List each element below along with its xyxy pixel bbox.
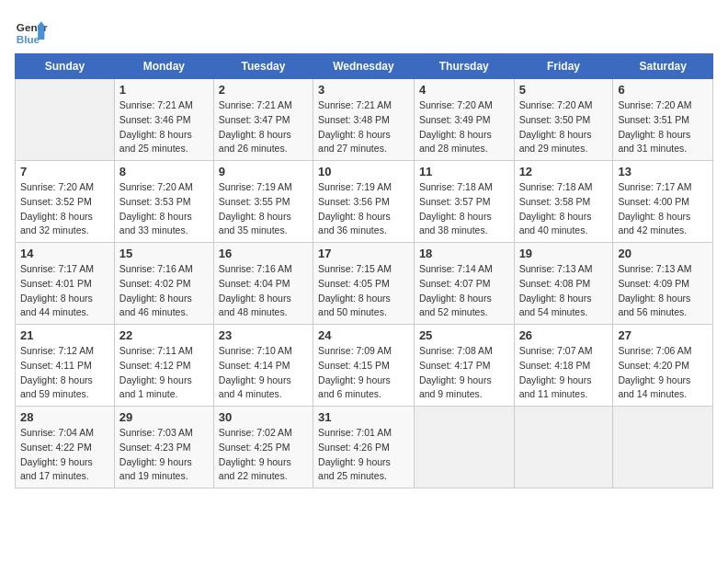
day-header-saturday: Saturday <box>613 54 713 79</box>
svg-text:Blue: Blue <box>17 33 40 45</box>
day-number: 15 <box>119 247 209 260</box>
day-info: Sunrise: 7:20 AMSunset: 3:53 PMDaylight:… <box>119 181 193 236</box>
day-info: Sunrise: 7:19 AMSunset: 3:55 PMDaylight:… <box>219 181 292 236</box>
page-header: General Blue <box>15 15 713 48</box>
calendar-cell: 20 Sunrise: 7:13 AMSunset: 4:09 PMDaylig… <box>613 243 713 325</box>
day-number: 25 <box>419 328 509 342</box>
calendar-cell: 12 Sunrise: 7:18 AMSunset: 3:58 PMDaylig… <box>514 161 613 243</box>
calendar-cell <box>414 407 514 488</box>
calendar-cell <box>514 407 613 488</box>
day-info: Sunrise: 7:14 AMSunset: 4:07 PMDaylight:… <box>419 263 493 317</box>
day-header-thursday: Thursday <box>414 54 514 79</box>
day-info: Sunrise: 7:17 AMSunset: 4:00 PMDaylight:… <box>618 181 691 236</box>
calendar-cell: 16 Sunrise: 7:16 AMSunset: 4:04 PMDaylig… <box>213 243 313 325</box>
day-number: 8 <box>119 165 209 178</box>
calendar-cell: 21 Sunrise: 7:12 AMSunset: 4:11 PMDaylig… <box>16 325 115 407</box>
day-info: Sunrise: 7:20 AMSunset: 3:49 PMDaylight:… <box>419 99 493 154</box>
calendar-cell <box>613 407 713 488</box>
calendar-cell: 10 Sunrise: 7:19 AMSunset: 3:56 PMDaylig… <box>313 161 415 243</box>
day-number: 4 <box>419 83 509 97</box>
calendar-cell: 7 Sunrise: 7:20 AMSunset: 3:52 PMDayligh… <box>16 161 115 243</box>
calendar-cell: 1 Sunrise: 7:21 AMSunset: 3:46 PMDayligh… <box>114 79 213 161</box>
calendar-cell: 22 Sunrise: 7:11 AMSunset: 4:12 PMDaylig… <box>114 325 213 407</box>
calendar-cell: 6 Sunrise: 7:20 AMSunset: 3:51 PMDayligh… <box>613 79 713 161</box>
calendar-cell: 31 Sunrise: 7:01 AMSunset: 4:26 PMDaylig… <box>313 407 415 488</box>
day-info: Sunrise: 7:21 AMSunset: 3:47 PMDaylight:… <box>219 99 292 154</box>
day-number: 2 <box>219 83 308 97</box>
calendar-cell: 28 Sunrise: 7:04 AMSunset: 4:22 PMDaylig… <box>16 407 115 488</box>
day-header-friday: Friday <box>514 54 613 79</box>
calendar-week-row: 14 Sunrise: 7:17 AMSunset: 4:01 PMDaylig… <box>16 243 713 325</box>
day-number: 21 <box>20 328 109 342</box>
day-number: 9 <box>219 165 308 178</box>
day-number: 10 <box>318 165 409 178</box>
day-number: 29 <box>119 410 209 424</box>
calendar-cell: 9 Sunrise: 7:19 AMSunset: 3:55 PMDayligh… <box>213 161 313 243</box>
day-header-wednesday: Wednesday <box>313 54 415 79</box>
day-info: Sunrise: 7:10 AMSunset: 4:14 PMDaylight:… <box>219 345 292 399</box>
day-info: Sunrise: 7:20 AMSunset: 3:52 PMDaylight:… <box>20 181 94 236</box>
day-number: 19 <box>519 247 609 260</box>
calendar-cell: 13 Sunrise: 7:17 AMSunset: 4:00 PMDaylig… <box>613 161 713 243</box>
calendar-cell: 24 Sunrise: 7:09 AMSunset: 4:15 PMDaylig… <box>313 325 415 407</box>
day-info: Sunrise: 7:08 AMSunset: 4:17 PMDaylight:… <box>419 345 493 399</box>
day-number: 20 <box>618 247 708 260</box>
day-number: 24 <box>318 328 409 342</box>
calendar-cell: 8 Sunrise: 7:20 AMSunset: 3:53 PMDayligh… <box>114 161 213 243</box>
day-info: Sunrise: 7:07 AMSunset: 4:18 PMDaylight:… <box>519 345 593 399</box>
calendar-cell: 30 Sunrise: 7:02 AMSunset: 4:25 PMDaylig… <box>213 407 313 488</box>
calendar-table: SundayMondayTuesdayWednesdayThursdayFrid… <box>15 53 713 488</box>
day-number: 7 <box>20 165 109 178</box>
day-info: Sunrise: 7:09 AMSunset: 4:15 PMDaylight:… <box>318 345 392 399</box>
calendar-header-row: SundayMondayTuesdayWednesdayThursdayFrid… <box>16 54 713 79</box>
day-number: 28 <box>20 410 109 424</box>
day-number: 12 <box>519 165 609 178</box>
day-number: 18 <box>419 247 509 260</box>
day-number: 30 <box>219 410 308 424</box>
day-number: 22 <box>119 328 209 342</box>
calendar-cell: 5 Sunrise: 7:20 AMSunset: 3:50 PMDayligh… <box>514 79 613 161</box>
calendar-body: 1 Sunrise: 7:21 AMSunset: 3:46 PMDayligh… <box>16 79 713 488</box>
calendar-cell: 25 Sunrise: 7:08 AMSunset: 4:17 PMDaylig… <box>414 325 514 407</box>
day-info: Sunrise: 7:21 AMSunset: 3:48 PMDaylight:… <box>318 99 392 154</box>
calendar-cell: 14 Sunrise: 7:17 AMSunset: 4:01 PMDaylig… <box>16 243 115 325</box>
day-info: Sunrise: 7:01 AMSunset: 4:26 PMDaylight:… <box>318 427 392 481</box>
day-info: Sunrise: 7:03 AMSunset: 4:23 PMDaylight:… <box>119 427 193 481</box>
day-info: Sunrise: 7:21 AMSunset: 3:46 PMDaylight:… <box>119 99 193 154</box>
day-number: 17 <box>318 247 409 260</box>
day-info: Sunrise: 7:15 AMSunset: 4:05 PMDaylight:… <box>318 263 392 317</box>
day-info: Sunrise: 7:16 AMSunset: 4:04 PMDaylight:… <box>219 263 292 317</box>
day-number: 27 <box>618 328 708 342</box>
day-info: Sunrise: 7:06 AMSunset: 4:20 PMDaylight:… <box>618 345 691 399</box>
day-header-tuesday: Tuesday <box>213 54 313 79</box>
day-info: Sunrise: 7:16 AMSunset: 4:02 PMDaylight:… <box>119 263 193 317</box>
day-info: Sunrise: 7:02 AMSunset: 4:25 PMDaylight:… <box>219 427 292 481</box>
day-info: Sunrise: 7:20 AMSunset: 3:50 PMDaylight:… <box>519 99 593 154</box>
calendar-week-row: 21 Sunrise: 7:12 AMSunset: 4:11 PMDaylig… <box>16 325 713 407</box>
calendar-cell: 29 Sunrise: 7:03 AMSunset: 4:23 PMDaylig… <box>114 407 213 488</box>
day-number: 23 <box>219 328 308 342</box>
logo-icon: General Blue <box>15 15 48 48</box>
calendar-cell: 26 Sunrise: 7:07 AMSunset: 4:18 PMDaylig… <box>514 325 613 407</box>
day-info: Sunrise: 7:18 AMSunset: 3:58 PMDaylight:… <box>519 181 593 236</box>
day-number: 16 <box>219 247 308 260</box>
day-info: Sunrise: 7:13 AMSunset: 4:08 PMDaylight:… <box>519 263 593 317</box>
day-number: 6 <box>618 83 708 97</box>
day-number: 11 <box>419 165 509 178</box>
calendar-week-row: 1 Sunrise: 7:21 AMSunset: 3:46 PMDayligh… <box>16 79 713 161</box>
calendar-cell: 2 Sunrise: 7:21 AMSunset: 3:47 PMDayligh… <box>213 79 313 161</box>
day-info: Sunrise: 7:18 AMSunset: 3:57 PMDaylight:… <box>419 181 493 236</box>
day-info: Sunrise: 7:11 AMSunset: 4:12 PMDaylight:… <box>119 345 193 399</box>
day-number: 13 <box>618 165 708 178</box>
day-info: Sunrise: 7:13 AMSunset: 4:09 PMDaylight:… <box>618 263 691 317</box>
calendar-cell: 27 Sunrise: 7:06 AMSunset: 4:20 PMDaylig… <box>613 325 713 407</box>
day-number: 3 <box>318 83 409 97</box>
day-number: 1 <box>119 83 209 97</box>
calendar-week-row: 7 Sunrise: 7:20 AMSunset: 3:52 PMDayligh… <box>16 161 713 243</box>
day-header-sunday: Sunday <box>16 54 115 79</box>
calendar-cell: 11 Sunrise: 7:18 AMSunset: 3:57 PMDaylig… <box>414 161 514 243</box>
calendar-cell <box>16 79 115 161</box>
calendar-cell: 23 Sunrise: 7:10 AMSunset: 4:14 PMDaylig… <box>213 325 313 407</box>
day-header-monday: Monday <box>114 54 213 79</box>
logo: General Blue <box>15 15 48 48</box>
